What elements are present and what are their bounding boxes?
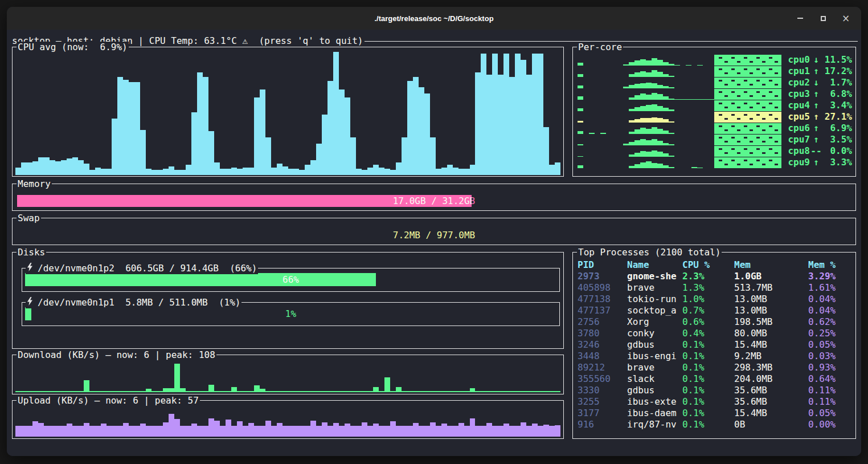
spark-bar [646,60,652,66]
cpu-bar [333,52,339,175]
core-trend-icon: ↑ [810,111,822,123]
process-cell: 0B [734,419,808,430]
core-row-cpu9: cpu9↑3.3% [578,157,852,168]
cpu-bar [293,169,299,175]
upload-bar [112,426,117,437]
cpu-bar [277,164,282,175]
process-cell: ibus-exte [627,396,682,408]
cpu-bar [453,168,458,175]
cpu-bar [101,169,107,175]
process-cell: 0.64% [808,373,852,385]
memory-title: Memory [17,178,52,190]
upload-bar [532,424,538,437]
upload-bar [419,426,424,437]
spark-bar [634,95,640,100]
upload-bar [333,423,339,437]
upload-bar [310,421,316,437]
spark-bar [634,84,640,88]
spark-bar [657,94,663,100]
cpu-bar [15,168,21,175]
spark-bar [640,59,646,66]
download-baseline [15,391,560,392]
upload-bar [509,426,515,437]
upload-bar [180,426,186,437]
core-sparkline [578,123,714,134]
core-trend-icon: ↓ [810,77,822,88]
core-trend-icon: -- [810,145,822,157]
maximize-button[interactable] [818,13,828,23]
cpu-bar [362,170,367,175]
upload-bar [152,426,157,437]
spark-bar [657,60,663,66]
minimize-icon [797,18,803,19]
upload-bar [447,426,453,437]
upload-bar [203,426,208,437]
cpu-bar [322,115,327,175]
process-cell: 0.04% [808,294,852,305]
cpu-bar [555,162,560,175]
cpu-bar [543,127,549,175]
download-bar [84,380,89,392]
gauge-label-clip: 17.0GB / 31.2GB [17,195,472,207]
core-percent: 3.4% [822,100,852,111]
spark-bar [657,164,663,168]
spark-bar [652,104,657,111]
disk-box: /dev/nvme0n1p2 606.5GB / 914.4GB (66%)66… [22,268,560,292]
close-button[interactable]: × [841,13,851,23]
cpu-bar [95,168,101,175]
cpu-bar [180,170,186,175]
minimize-button[interactable] [795,13,805,23]
core-load-block [714,55,781,66]
upload-bar [486,423,492,437]
spark-bar [640,118,646,123]
spark-bar [646,83,652,88]
core-row-cpu2: cpu2↓1.7% [578,77,852,88]
cpu-bar [327,81,333,175]
process-header-cell: Mem [734,259,808,271]
cpu-bar [310,160,316,175]
spark-bar [640,93,646,100]
cpu-bar [538,54,543,175]
process-cell: 13.0MB [734,294,808,305]
process-cell: 0.1% [682,362,734,373]
cpu-bar [197,72,203,175]
spark-bar [634,60,640,66]
process-cell: 0.1% [682,339,734,351]
upload-bar [134,426,140,437]
process-cell: tokio-run [627,294,682,305]
spark-bar [634,129,640,134]
core-trend-icon: ↑ [810,66,822,77]
upload-bar [413,423,419,437]
spark-bar [652,70,657,77]
core-sparkline [578,66,714,77]
cpu-bar [112,119,117,175]
process-header-cell: CPU % [682,259,734,271]
cpu-bar [526,75,532,175]
core-percent: 17.2% [822,66,852,77]
process-cell: 15.4MB [734,408,808,419]
spark-bar [646,129,652,134]
spark-bar [652,150,657,157]
core-load-block [714,135,781,145]
core-percent: 6.8% [822,88,852,100]
core-sparkline [578,77,714,88]
upload-bar [555,425,560,437]
upload-bar [32,421,38,437]
spark-bar [657,118,663,123]
cpu-bar [350,137,356,175]
core-sparkline [578,157,714,168]
gauge-label-clip: 66% [25,273,376,286]
core-name: cpu1 [788,66,810,77]
per-core-panel: Per-core cpu0↓11.5%cpu1↑17.2%cpu2↓1.7%cp… [572,47,856,177]
cpu-bar [163,169,169,175]
process-cell: gdbus [627,339,682,351]
close-icon: × [842,14,850,23]
cpu-bar [339,89,345,175]
core-label: cpu1↑17.2% [786,66,852,77]
spark-bar [646,72,652,77]
core-percent: 3.3% [822,157,852,168]
terminal-content: socktop — host: debian | CPU Temp: 63.1°… [7,30,861,456]
core-name: cpu9 [788,157,810,168]
core-load-block [714,146,781,157]
upload-bar [441,424,447,437]
